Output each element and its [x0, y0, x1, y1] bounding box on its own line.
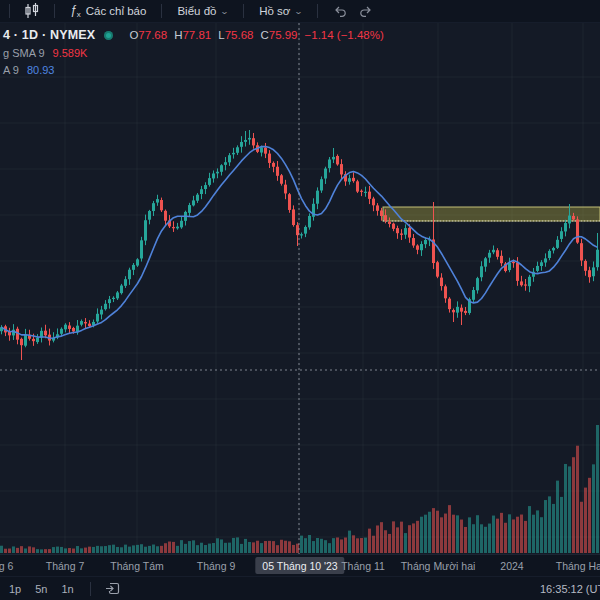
chart-menu-label: Biểu đồ: [177, 5, 216, 17]
crosshair-date-label: 05 Tháng 10 '23: [255, 557, 344, 574]
redo-icon: [358, 3, 374, 19]
candlestick-icon: [23, 2, 41, 20]
go-to-date-icon: [104, 580, 121, 597]
toolbar-separator: [54, 4, 55, 18]
toolbar-separator: [90, 582, 91, 596]
candlestick-chart[interactable]: 4 · 1D · NYMEX O77.68H77.81L75.68C75.99−…: [0, 23, 600, 554]
go-to-date-button[interactable]: [100, 578, 126, 600]
low-value: 75.68: [225, 29, 254, 41]
redo-button[interactable]: [353, 0, 379, 22]
bottom-toolbar: 1p 5n 1n 16:35:12 (UTC: [0, 576, 600, 600]
chart-legend: 4 · 1D · NYMEX O77.68H77.81L75.68C75.99−…: [3, 29, 384, 82]
close-label: C: [260, 29, 268, 41]
chart-canvas: [0, 23, 600, 554]
symbol-title[interactable]: 4 · 1D · NYMEX: [3, 29, 95, 42]
time-axis-label: Tháng Tám: [110, 560, 164, 572]
time-axis-label: Tháng Hai: [556, 560, 600, 572]
time-axis-label: Tháng 9: [197, 560, 236, 572]
time-axis-label: Tháng 11: [341, 560, 385, 572]
range-button-1p[interactable]: 1p: [2, 583, 28, 595]
range-button-5n[interactable]: 5n: [28, 583, 54, 595]
profile-menu-button[interactable]: Hồ sơ ⌄: [253, 0, 308, 22]
toolbar-separator: [9, 4, 10, 18]
chevron-down-icon: ⌄: [220, 7, 229, 16]
undo-button[interactable]: [327, 0, 353, 22]
time-axis-label: 2024: [500, 560, 523, 572]
high-value: 77.81: [182, 29, 211, 41]
sma-label: A 9: [3, 64, 19, 76]
top-toolbar: ƒx Các chỉ báo Biểu đồ ⌄ Hồ sơ ⌄: [0, 0, 600, 23]
time-axis-label: Tháng 6: [0, 560, 13, 572]
sma-value: 80.93: [27, 64, 55, 76]
chart-menu-button[interactable]: Biểu đồ ⌄: [171, 0, 234, 22]
volume-ma-label: g SMA 9: [3, 47, 45, 59]
profile-menu-label: Hồ sơ: [259, 5, 290, 17]
toolbar-separator: [161, 4, 162, 18]
candlestick-style-button[interactable]: [19, 0, 45, 22]
market-status-icon: [104, 31, 113, 40]
trading-app-window: ƒx Các chỉ báo Biểu đồ ⌄ Hồ sơ ⌄: [0, 0, 600, 600]
time-axis-label: Tháng Mười hai: [401, 560, 476, 572]
sma-row[interactable]: A 980.93: [3, 65, 54, 76]
ohlc-values: O77.68H77.81L75.68C75.99−1.14 (−1.48%): [122, 30, 383, 42]
close-value: 75.99: [269, 29, 298, 41]
volume-ma-value: 9.589K: [53, 47, 88, 59]
indicators-button-label: Các chỉ báo: [86, 5, 147, 17]
open-value: 77.68: [138, 29, 167, 41]
change-value: −1.14 (−1.48%): [305, 29, 384, 41]
time-axis-label: Tháng 7: [46, 560, 85, 572]
clock[interactable]: 16:35:12 (UTC: [540, 583, 600, 595]
time-axis[interactable]: 05 Tháng 10 '23 Tháng 6Tháng 7Tháng TámT…: [0, 554, 600, 576]
undo-icon: [332, 3, 348, 19]
chevron-down-icon: ⌄: [294, 7, 303, 16]
volume-ma-row[interactable]: g SMA 99.589K: [3, 48, 87, 59]
toolbar-separator: [317, 4, 318, 18]
range-button-1n[interactable]: 1n: [55, 583, 81, 595]
toolbar-separator: [243, 4, 244, 18]
indicators-button[interactable]: ƒx Các chỉ báo: [64, 0, 152, 22]
function-icon: ƒx: [70, 3, 81, 19]
